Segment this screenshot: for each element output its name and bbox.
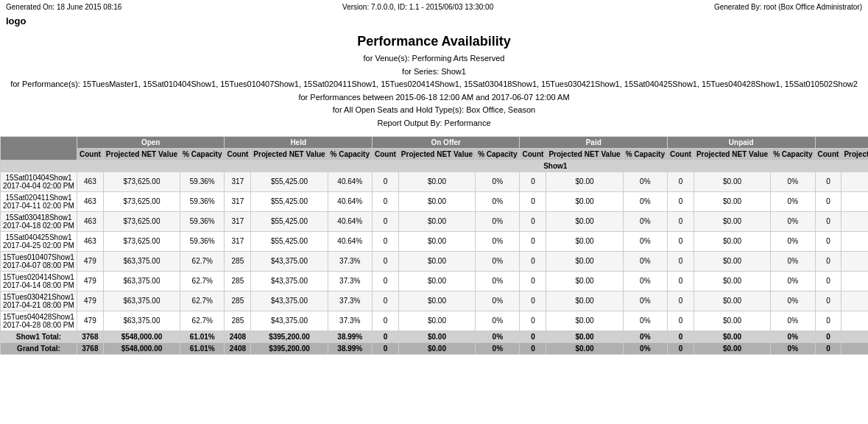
- performances-line: for Performance(s): 15TuesMaster1, 15Sat…: [0, 78, 868, 91]
- header-bar: Generated On: 18 June 2015 08:16 Version…: [0, 0, 868, 14]
- offer-proj-h: Projected NET Value: [398, 148, 475, 160]
- held-count-h: Count: [225, 148, 251, 160]
- open-proj-h: Projected NET Value: [103, 148, 180, 160]
- output-by-line: Report Output By: Performance: [0, 117, 868, 130]
- dates-line: for Performances between 2015-06-18 12:0…: [0, 91, 868, 105]
- perf-name: 15Sat010404Show12017-04-04 02:00 PM: [1, 172, 77, 191]
- offer-count-h: Count: [372, 148, 398, 160]
- perf-name: 15Tues040428Show12017-04-28 08:00 PM: [1, 311, 77, 331]
- perf-name: 15Sat020411Show12017-04-11 02:00 PM: [1, 191, 77, 211]
- table-row: 15Tues020414Show12017-04-14 08:00 PM 479…: [1, 271, 869, 291]
- group-label: Show1: [1, 160, 869, 172]
- open-header: Open: [77, 136, 225, 148]
- perf-name: 15Tues010407Show12017-04-07 08:00 PM: [1, 251, 77, 271]
- perf-name: 15Tues030421Show12017-04-21 08:00 PM: [1, 291, 77, 311]
- table-row: 15Sat020411Show12017-04-11 02:00 PM 463 …: [1, 191, 869, 211]
- venue-line: for Venue(s): Performing Arts Reserved: [0, 52, 868, 66]
- paid-pct-h: % Capacity: [623, 148, 667, 160]
- show1-total-row: Show1 Total: 3768 $548,000.00 61.01% 240…: [1, 331, 869, 342]
- logo: logo: [0, 14, 868, 28]
- report-meta: for Venue(s): Performing Arts Reserved f…: [0, 52, 868, 136]
- held-pct-h: % Capacity: [328, 148, 372, 160]
- held-proj-h: Projected NET Value: [251, 148, 328, 160]
- perf-col-header: [1, 136, 77, 160]
- generated-by: Generated By: root (Box Office Administr…: [714, 3, 862, 11]
- comps-proj-h: Projected NET Value: [841, 148, 868, 160]
- report-title: Performance Availability: [0, 28, 868, 52]
- unpaid-proj-h: Projected NET Value: [694, 148, 770, 160]
- paid-count-h: Count: [520, 148, 546, 160]
- table-row: 15Sat040425Show12017-04-25 02:00 PM 463 …: [1, 231, 869, 251]
- comps-count-h: Count: [815, 148, 841, 160]
- performance-table: Open Held On Offer Paid Unpaid Comps. Ca…: [0, 136, 868, 355]
- on-offer-header: On Offer: [372, 136, 520, 148]
- unpaid-pct-h: % Capacity: [771, 148, 815, 160]
- version-info: Version: 7.0.0.0, ID: 1.1 - 2015/06/03 1…: [342, 3, 493, 11]
- generated-on: Generated On: 18 June 2015 08:16: [6, 3, 121, 11]
- perf-name: 15Sat040425Show12017-04-25 02:00 PM: [1, 231, 77, 251]
- table-row: 15Sat010404Show12017-04-04 02:00 PM 463 …: [1, 172, 869, 191]
- held-header: Held: [225, 136, 373, 148]
- open-pct-h: % Capacity: [180, 148, 225, 160]
- unpaid-header: Unpaid: [668, 136, 816, 148]
- open-count-h: Count: [77, 148, 103, 160]
- paid-proj-h: Projected NET Value: [546, 148, 623, 160]
- offer-pct-h: % Capacity: [476, 148, 520, 160]
- paid-header: Paid: [520, 136, 668, 148]
- hold-types-line: for All Open Seats and Hold Type(s): Box…: [0, 104, 868, 117]
- perf-name: 15Tues020414Show12017-04-14 08:00 PM: [1, 271, 77, 291]
- grand-total-row: Grand Total: 3768 $548,000.00 61.01% 240…: [1, 342, 869, 354]
- perf-name: 15Sat030418Show12017-04-18 02:00 PM: [1, 211, 77, 231]
- table-row: 15Sat030418Show12017-04-18 02:00 PM 463 …: [1, 211, 869, 231]
- table-row: 15Tues040428Show12017-04-28 08:00 PM 479…: [1, 311, 869, 331]
- table-row: 15Tues030421Show12017-04-21 08:00 PM 479…: [1, 291, 869, 311]
- comps-header: Comps.: [815, 136, 868, 148]
- series-line: for Series: Show1: [0, 66, 868, 79]
- table-row: 15Tues010407Show12017-04-07 08:00 PM 479…: [1, 251, 869, 271]
- unpaid-count-h: Count: [668, 148, 694, 160]
